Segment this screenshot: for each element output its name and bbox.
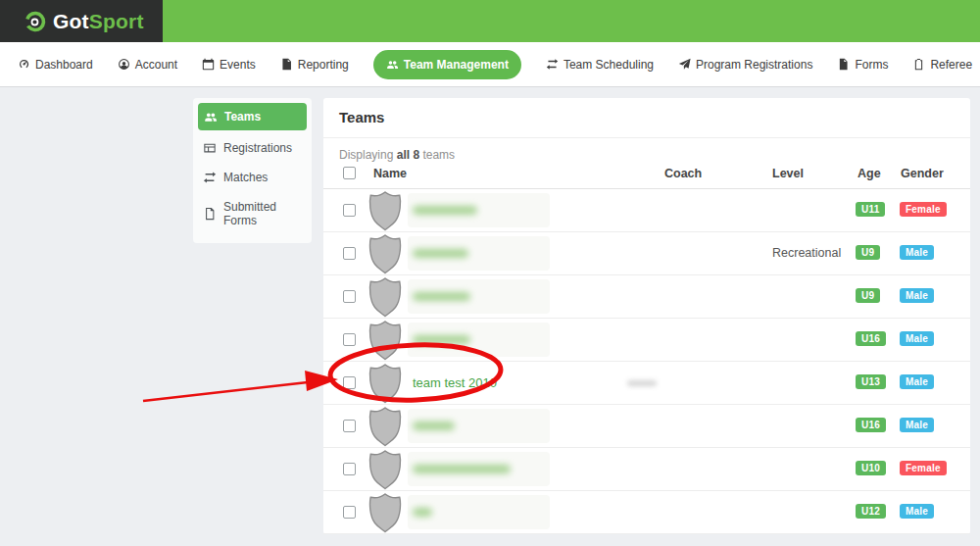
team-row: U9Male (323, 275, 970, 319)
team-crest-placeholder-icon (368, 363, 403, 404)
nav-item-referee[interactable]: Referee (912, 58, 972, 72)
teams-table-body: U11FemaleRecreationalU9MaleU9MaleU16Male… (323, 189, 970, 534)
gotsport-logo-icon (24, 10, 47, 33)
nav-item-label: Account (135, 58, 177, 72)
team-badge (368, 276, 403, 318)
team-name-link-redacted[interactable] (413, 422, 455, 430)
registrations-icon (203, 141, 217, 155)
team-crest-placeholder-icon (368, 276, 403, 318)
age-badge: U16 (856, 331, 886, 346)
team-row-annotated: team test 2010U13Male (323, 362, 970, 405)
dashboard-icon (18, 58, 30, 71)
row-checkbox[interactable] (343, 420, 356, 432)
team-crest-placeholder-icon (368, 190, 403, 231)
team-name-link-redacted[interactable] (413, 465, 511, 473)
sidebar-item-registrations[interactable]: Registrations (193, 133, 312, 163)
team-crest-placeholder-icon (368, 406, 403, 447)
nav-item-label: Events (220, 58, 256, 72)
gender-badge: Male (900, 374, 934, 389)
gender-badge: Female (900, 461, 947, 475)
sidebar-item-submitted-forms[interactable]: Submitted Forms (193, 192, 312, 235)
displaying-count: Displaying all 8 teams (339, 148, 455, 162)
column-header-age: Age (858, 167, 881, 180)
team-crest-placeholder-icon (368, 320, 403, 361)
team-badge (368, 320, 403, 361)
account-icon (118, 58, 130, 71)
team-name-link-redacted[interactable] (413, 508, 432, 517)
nav-item-reporting[interactable]: Reporting (280, 58, 349, 72)
age-badge: U9 (856, 288, 880, 303)
teams-panel: Teams Displaying all 8 teams Name Coach … (323, 98, 970, 534)
nav-item-label: Forms (855, 58, 888, 72)
matches-icon (203, 171, 217, 184)
select-all-checkbox[interactable] (343, 167, 356, 179)
team-crest-placeholder-icon (368, 449, 403, 490)
age-badge: U9 (856, 245, 880, 260)
gender-badge: Male (900, 245, 934, 260)
age-badge: U10 (856, 461, 886, 475)
row-checkbox[interactable] (343, 463, 356, 475)
sidebar-item-label: Teams (224, 110, 261, 124)
team-badge (368, 363, 403, 404)
events-icon (202, 58, 215, 71)
gender-badge: Male (900, 504, 934, 519)
teams-icon (204, 110, 218, 124)
annotation-arrow-line (143, 382, 308, 401)
gender-badge: Male (900, 331, 934, 346)
column-header-name: Name (373, 167, 407, 180)
nav-item-label: Program Registrations (696, 58, 812, 72)
row-checkbox[interactable] (343, 290, 356, 303)
nav-item-events[interactable]: Events (202, 58, 256, 72)
sidebar-item-label: Registrations (223, 141, 292, 155)
row-checkbox[interactable] (343, 247, 356, 260)
team-badge (368, 449, 403, 490)
team-name-link-redacted[interactable] (413, 249, 468, 258)
column-header-level: Level (772, 167, 804, 180)
nav-item-forms[interactable]: Forms (837, 58, 888, 72)
program-registrations-icon (678, 58, 691, 71)
page-title: Teams (339, 109, 384, 125)
team-management-sidebar: TeamsRegistrationsMatchesSubmitted Forms (193, 98, 312, 243)
row-checkbox[interactable] (343, 506, 356, 519)
referee-icon (912, 58, 925, 71)
nav-item-team-scheduling[interactable]: Team Scheduling (546, 58, 654, 72)
team-row: U12Male (323, 491, 970, 534)
table-header: Name Coach Level Age Gender (323, 163, 970, 188)
team-row: U11Female (323, 189, 970, 232)
team-row: U16Male (323, 405, 970, 448)
nav-item-label: Reporting (298, 58, 349, 72)
nav-item-label: Dashboard (35, 58, 93, 72)
age-badge: U13 (856, 374, 886, 389)
sidebar-item-teams[interactable]: Teams (198, 103, 307, 130)
team-name-link-redacted[interactable] (413, 335, 470, 344)
row-checkbox[interactable] (343, 376, 356, 389)
brand-title: GotSport (53, 10, 144, 33)
team-row: RecreationalU9Male (323, 232, 970, 275)
row-checkbox[interactable] (343, 204, 356, 217)
team-crest-placeholder-icon (368, 233, 403, 274)
nav-item-label: Team Scheduling (564, 58, 654, 72)
sidebar-item-matches[interactable]: Matches (193, 163, 312, 192)
nav-item-team-management[interactable]: Team Management (373, 50, 521, 79)
logo-area: GotSport (0, 0, 163, 42)
age-badge: U11 (856, 202, 885, 217)
nav-item-account[interactable]: Account (118, 58, 177, 72)
team-badge (368, 190, 403, 231)
gender-badge: Male (900, 418, 934, 432)
team-badge (368, 492, 403, 533)
team-management-icon (386, 58, 399, 71)
sidebar-item-label: Submitted Forms (223, 200, 302, 227)
team-name-link[interactable]: team test 2010 (413, 375, 497, 390)
team-scheduling-icon (546, 58, 559, 71)
nav-item-dashboard[interactable]: Dashboard (18, 58, 93, 72)
coach-name-redacted (627, 380, 657, 386)
team-name-link-redacted[interactable] (413, 292, 470, 301)
forms-icon (837, 58, 850, 71)
team-row: U16Male (323, 319, 970, 362)
age-badge: U16 (856, 418, 886, 432)
age-badge: U12 (856, 504, 886, 519)
level-value: Recreational (772, 246, 841, 260)
nav-item-program-registrations[interactable]: Program Registrations (678, 58, 812, 72)
row-checkbox[interactable] (343, 333, 356, 346)
team-name-link-redacted[interactable] (413, 206, 477, 215)
